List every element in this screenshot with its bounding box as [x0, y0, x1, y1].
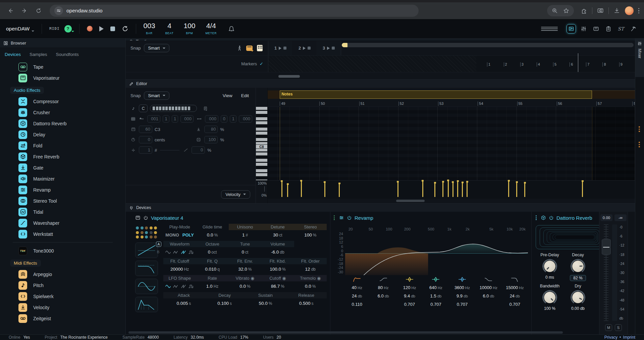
drag-dots-icon[interactable] [639, 142, 640, 147]
list-item[interactable]: Dattorro Reverb [0, 118, 125, 129]
velocity-marker[interactable] [457, 181, 458, 197]
pitch-field[interactable]: 60 [139, 126, 152, 133]
reload-icon[interactable] [33, 5, 44, 16]
privacy-link[interactable]: Privacy [604, 335, 618, 340]
list-item[interactable]: Tape [0, 61, 125, 72]
list-item[interactable]: Delay [0, 129, 125, 140]
stop-button[interactable] [110, 26, 115, 31]
record-button[interactable] [87, 26, 93, 31]
param-value[interactable]: 12db [294, 264, 327, 275]
param-value[interactable]: 0.500s [286, 298, 327, 309]
len-div-field[interactable]: 1 [230, 115, 236, 123]
param-value[interactable]: 0.0% [229, 281, 261, 292]
repeat-field[interactable]: 1 [139, 146, 152, 154]
knob[interactable]: Pre-Delay 0 ms [536, 253, 564, 281]
curve-field[interactable]: 0 [192, 146, 205, 154]
velocity-marker[interactable] [448, 180, 449, 197]
bar-display[interactable]: 003BAR [144, 22, 155, 36]
list-item-tone3000[interactable]: T3K Tone3000 [0, 245, 125, 256]
osc-a-badge[interactable]: A [156, 242, 161, 247]
knob[interactable]: Bandwidth 100 % [536, 284, 564, 311]
power-icon[interactable] [549, 215, 554, 220]
back-icon[interactable] [5, 5, 16, 16]
velocity-marker[interactable] [508, 181, 509, 197]
eq-band[interactable]: 40Hz 24db 0.110 [344, 277, 370, 307]
knob[interactable]: Decay 82 % [564, 253, 592, 281]
clip-grid-icon[interactable] [257, 45, 263, 51]
list-item[interactable]: Tidal [0, 206, 125, 217]
list-item[interactable]: Waveshaper [0, 217, 125, 228]
bookmark-star-icon[interactable] [563, 8, 569, 14]
view-menu[interactable]: View [223, 93, 232, 98]
velocity-marker[interactable] [467, 182, 468, 197]
notepad-view-button[interactable] [604, 24, 613, 33]
piano-view-button[interactable] [591, 24, 601, 33]
st-view-button[interactable]: ST [616, 24, 626, 33]
profile-avatar[interactable] [625, 6, 634, 15]
param-value[interactable]: 0oct [196, 247, 228, 258]
follow-playhead-icon[interactable] [237, 45, 242, 51]
device-menu-icon[interactable] [334, 215, 335, 220]
list-item[interactable]: Free Reverb [0, 151, 125, 162]
param-value[interactable]: 0.0% [294, 281, 327, 292]
imprint-link[interactable]: Imprint [623, 335, 635, 340]
eq-band[interactable]: 640Hz 1.5db 0.707 [423, 277, 449, 307]
timeline-view-button[interactable] [567, 24, 576, 33]
list-item[interactable]: Maximizer [0, 173, 125, 184]
param-value[interactable]: 1.0Hz [196, 281, 228, 292]
editor-scrollbar[interactable] [268, 199, 635, 203]
lfo-shape-selector[interactable] [163, 282, 196, 291]
devices-scrollbar[interactable] [128, 331, 563, 334]
list-item[interactable]: Werkstatt [0, 228, 125, 240]
key-button[interactable]: C [139, 105, 148, 112]
pos-tick-field[interactable]: 000 [180, 115, 194, 123]
editor-snap-dropdown[interactable]: Smart [144, 91, 169, 100]
zoom-in-icon[interactable] [552, 8, 558, 14]
filter-thumbnail[interactable] [135, 261, 158, 276]
bpm-display[interactable]: 100BPM [183, 22, 195, 36]
tab-soundfonts[interactable]: Soundfonts [56, 52, 79, 57]
eq-band[interactable]: 10000Hz 6.0db [475, 277, 501, 307]
cents-field[interactable]: 0 [139, 136, 152, 143]
score-icon[interactable] [202, 106, 209, 111]
drag-dots-icon[interactable] [639, 126, 640, 132]
param-value[interactable]: 20000Hz [163, 264, 196, 275]
loop-button[interactable]: 3 [323, 46, 335, 51]
eq-band[interactable]: 15000Hz 24db 0.707 [502, 277, 528, 307]
play-mode-value[interactable]: MONOPOLY [163, 230, 196, 241]
velocity-marker[interactable] [582, 181, 583, 197]
fader-thumb[interactable] [602, 239, 611, 255]
list-item[interactable]: Arpeggio [0, 269, 125, 280]
mixer-view-button[interactable] [579, 24, 588, 33]
param-value[interactable]: 0.005s [163, 298, 204, 309]
velocity-marker[interactable] [301, 181, 302, 197]
param-value[interactable]: -6.0db [261, 247, 294, 258]
param-value[interactable]: 0ct [229, 247, 261, 258]
vaporisateur-title-row[interactable]: Vaporisateur 4 [135, 212, 330, 224]
param-value[interactable]: 100% [294, 230, 327, 241]
snap-dropdown[interactable]: Smart [144, 44, 169, 52]
envelope-thumbnail[interactable] [135, 297, 158, 312]
lfo-thumbnail[interactable] [135, 279, 158, 294]
velocity-marker[interactable] [287, 184, 288, 197]
loop-button[interactable]: 2 [299, 46, 311, 51]
revamp-title-row[interactable]: Revamp [334, 212, 528, 224]
power-icon[interactable] [143, 215, 148, 220]
velocity-lane[interactable] [268, 180, 635, 199]
ramp-thumbnail[interactable] [135, 243, 158, 258]
editor-bar-ruler[interactable]: 49505152535455565758 [268, 99, 635, 107]
velocity-mode-dropdown[interactable]: Velocity [221, 190, 250, 199]
velocity-marker[interactable] [516, 182, 517, 197]
markers-check-icon[interactable]: ✓ [260, 61, 263, 66]
waveform-selector[interactable] [163, 248, 196, 257]
len-tick-field[interactable]: 000 [239, 115, 252, 123]
param-value[interactable]: 30ct [261, 230, 294, 241]
notes-region[interactable]: Notes [280, 90, 592, 99]
downloads-icon[interactable] [613, 7, 620, 14]
eq-band[interactable]: 80Hz 6.0db [370, 277, 396, 307]
param-value[interactable]: 100.0% [261, 264, 294, 275]
solo-button[interactable]: S [615, 324, 622, 331]
device-menu-icon[interactable] [536, 215, 537, 220]
dattorro-title-row[interactable]: Dattorro Reverb [536, 212, 599, 224]
mixer-tab[interactable]: Mixer [635, 39, 644, 77]
